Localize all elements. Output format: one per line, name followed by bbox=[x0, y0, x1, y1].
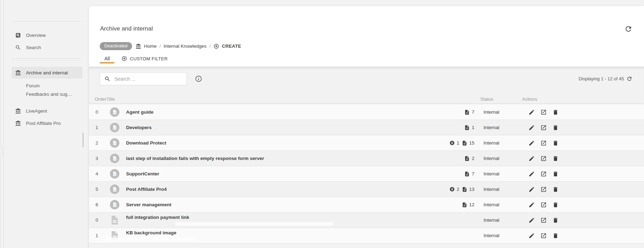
draft-circle-icon bbox=[449, 140, 455, 146]
delete-icon[interactable] bbox=[552, 186, 559, 193]
sidebar-item-archive-and-internal[interactable]: Archive and internal bbox=[12, 67, 83, 79]
row-actions bbox=[522, 140, 572, 146]
panel-header: Archive and internal Deactivated Home / … bbox=[89, 6, 644, 67]
sidebar-item-label: Search bbox=[26, 45, 41, 50]
sidebar: OverviewSearch Archive and internalForum… bbox=[0, 0, 89, 248]
table-row[interactable]: 0 full integration payment link Internal bbox=[89, 213, 644, 228]
create-button[interactable]: CREATE bbox=[213, 43, 241, 49]
table-row[interactable]: 3 last step of installation fails with e… bbox=[89, 151, 644, 166]
delete-icon[interactable] bbox=[552, 171, 559, 177]
row-badges: 12 bbox=[462, 202, 474, 208]
row-status: Internal bbox=[479, 125, 522, 130]
delete-icon[interactable] bbox=[552, 233, 559, 239]
open-in-new-icon[interactable] bbox=[540, 202, 547, 208]
drafts-count: 2 bbox=[449, 187, 459, 192]
plus-circle-icon bbox=[213, 43, 219, 49]
table-row[interactable]: 2 Download Protect 1 15 Internal bbox=[89, 135, 644, 151]
row-badges: 2 13 bbox=[449, 187, 474, 192]
delete-icon[interactable] bbox=[552, 140, 559, 146]
row-status: Internal bbox=[479, 217, 522, 223]
articles-count-value: 15 bbox=[469, 140, 474, 146]
category-avatar-icon bbox=[110, 107, 119, 117]
row-order: 4 bbox=[94, 171, 110, 176]
category-avatar-icon bbox=[110, 169, 119, 179]
sidebar-item-overview[interactable]: Overview bbox=[12, 31, 83, 39]
sidebar-scrollbar-thumb[interactable] bbox=[83, 133, 84, 147]
open-in-new-icon[interactable] bbox=[540, 109, 547, 115]
sidebar-nav-top: OverviewSearch bbox=[12, 22, 83, 52]
tab-all[interactable]: All bbox=[100, 54, 114, 63]
edit-icon[interactable] bbox=[528, 171, 535, 177]
bank-icon bbox=[15, 120, 21, 126]
articles-count-value: 1 bbox=[472, 125, 474, 130]
table-row[interactable]: 5 Post Affiliate Pro4 2 13 Internal bbox=[89, 182, 644, 197]
edit-icon[interactable] bbox=[528, 233, 535, 239]
edit-icon[interactable] bbox=[528, 125, 535, 131]
sidebar-item-search[interactable]: Search bbox=[12, 43, 83, 52]
tab-bar: All CUSTOM FILTER bbox=[100, 54, 167, 63]
status-badge: Deactivated bbox=[100, 42, 132, 50]
tab-custom-filter[interactable]: CUSTOM FILTER bbox=[121, 54, 167, 63]
drafts-count-value: 1 bbox=[456, 140, 459, 146]
delete-icon[interactable] bbox=[552, 217, 559, 223]
table-row[interactable]: 0 Agent guide 7 Internal bbox=[89, 105, 644, 120]
open-in-new-icon[interactable] bbox=[540, 186, 547, 193]
edit-icon[interactable] bbox=[528, 109, 535, 115]
search-icon bbox=[15, 45, 21, 51]
row-badges: 2 bbox=[464, 156, 474, 161]
delete-icon[interactable] bbox=[552, 109, 559, 115]
edit-icon[interactable] bbox=[528, 140, 535, 146]
column-title: Title bbox=[106, 96, 479, 102]
open-in-new-icon[interactable] bbox=[540, 140, 547, 146]
displaying-text: Displaying 1 - 12 of 45 bbox=[579, 76, 624, 81]
refresh-list-icon[interactable] bbox=[626, 76, 632, 82]
row-order: 5 bbox=[94, 187, 110, 192]
document-icon bbox=[464, 156, 470, 161]
plus-circle-icon bbox=[121, 56, 127, 61]
delete-icon[interactable] bbox=[552, 202, 559, 208]
table-row[interactable]: 1 KB background image Internal bbox=[89, 228, 644, 243]
articles-count-value: 13 bbox=[469, 187, 474, 192]
breadcrumb-home[interactable]: Home bbox=[144, 43, 157, 49]
info-icon[interactable] bbox=[195, 75, 202, 82]
sidebar-item-liveagent[interactable]: LiveAgent bbox=[12, 107, 83, 115]
open-in-new-icon[interactable] bbox=[540, 233, 547, 239]
pagination-info: Displaying 1 - 12 of 45 bbox=[579, 76, 632, 82]
category-avatar-icon bbox=[110, 123, 119, 132]
bank-icon bbox=[136, 43, 141, 49]
open-in-new-icon[interactable] bbox=[540, 171, 547, 177]
breadcrumb-section[interactable]: Internal Knowledges bbox=[164, 43, 206, 49]
articles-count-value: 2 bbox=[472, 156, 474, 161]
sidebar-item-label: Archive and internal bbox=[26, 70, 68, 75]
open-in-new-icon[interactable] bbox=[540, 155, 547, 162]
edit-icon[interactable] bbox=[528, 186, 535, 193]
row-status: Internal bbox=[479, 109, 522, 115]
row-actions bbox=[522, 233, 572, 239]
row-title: Server management bbox=[126, 202, 171, 207]
sidebar-item-post-affiliate-pro[interactable]: Post Affiliate Pro bbox=[12, 119, 83, 127]
row-title: full integration payment link bbox=[126, 215, 189, 220]
sidebar-item-label: Forum bbox=[26, 83, 40, 88]
table-row[interactable]: 6 Server management 12 Internal bbox=[89, 197, 644, 213]
edit-icon[interactable] bbox=[528, 155, 535, 162]
delete-icon[interactable] bbox=[552, 125, 559, 131]
articles-count: 13 bbox=[462, 187, 474, 192]
row-status: Internal bbox=[479, 171, 522, 176]
delete-icon[interactable] bbox=[552, 155, 559, 162]
edit-icon[interactable] bbox=[528, 217, 535, 223]
open-in-new-icon[interactable] bbox=[540, 125, 547, 131]
table-row[interactable]: 4 SupportCenter 7 Internal bbox=[89, 166, 644, 182]
open-in-new-icon[interactable] bbox=[540, 217, 547, 223]
sidebar-item-feedbacks-and-sug[interactable]: Feedbacks and sug… bbox=[12, 90, 83, 98]
table-row[interactable]: 1 Developers 1 Internal bbox=[89, 120, 644, 135]
bank-icon bbox=[15, 70, 21, 76]
row-order: 0 bbox=[94, 109, 110, 115]
breadcrumb-separator: / bbox=[159, 43, 161, 49]
document-icon bbox=[464, 109, 470, 115]
row-actions bbox=[522, 186, 572, 193]
sidebar-item-forum[interactable]: Forum bbox=[12, 81, 83, 90]
refresh-icon[interactable] bbox=[624, 25, 632, 33]
edit-icon[interactable] bbox=[528, 202, 535, 208]
search-input[interactable] bbox=[114, 76, 182, 82]
row-status: Internal bbox=[479, 187, 522, 192]
